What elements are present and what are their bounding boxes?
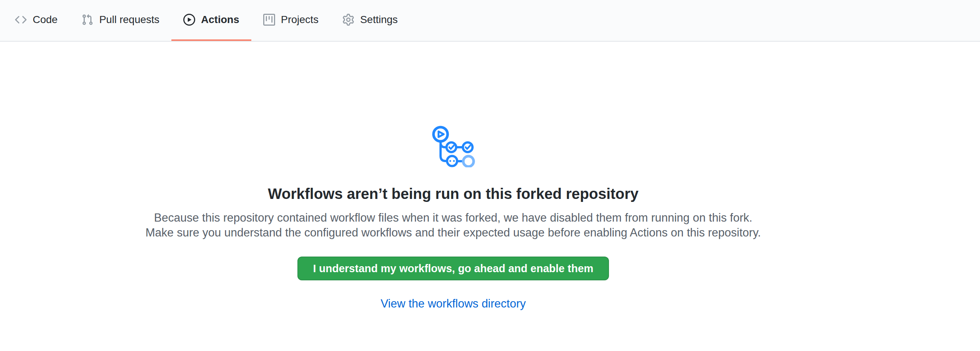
blankslate-title: Workflows aren’t being run on this forke… (268, 185, 638, 203)
project-icon (263, 14, 275, 25)
workflow-graph-icon (432, 125, 475, 167)
gear-icon (342, 14, 354, 25)
tab-label: Projects (281, 14, 318, 25)
enable-workflows-button[interactable]: I understand my workflows, go ahead and … (298, 257, 609, 280)
tab-label: Code (33, 14, 57, 25)
tab-label: Actions (201, 14, 239, 25)
tab-code[interactable]: Code (3, 0, 70, 41)
tab-label: Pull requests (99, 14, 159, 25)
actions-disabled-page: Code Pull requests Actions Projects Sett (0, 0, 980, 351)
tab-actions[interactable]: Actions (172, 0, 251, 41)
tab-projects[interactable]: Projects (251, 0, 331, 41)
blankslate-description: Because this repository contained workfl… (145, 210, 762, 240)
repo-tab-bar: Code Pull requests Actions Projects Sett (0, 0, 980, 42)
view-workflows-link[interactable]: View the workflows directory (381, 296, 526, 311)
tab-settings[interactable]: Settings (331, 0, 410, 41)
tab-label: Settings (360, 14, 398, 25)
code-icon (15, 14, 27, 25)
tab-pull-requests[interactable]: Pull requests (70, 0, 172, 41)
play-icon (183, 14, 195, 25)
actions-blankslate: Workflows aren’t being run on this forke… (0, 42, 980, 311)
git-pull-request-icon (81, 14, 93, 25)
